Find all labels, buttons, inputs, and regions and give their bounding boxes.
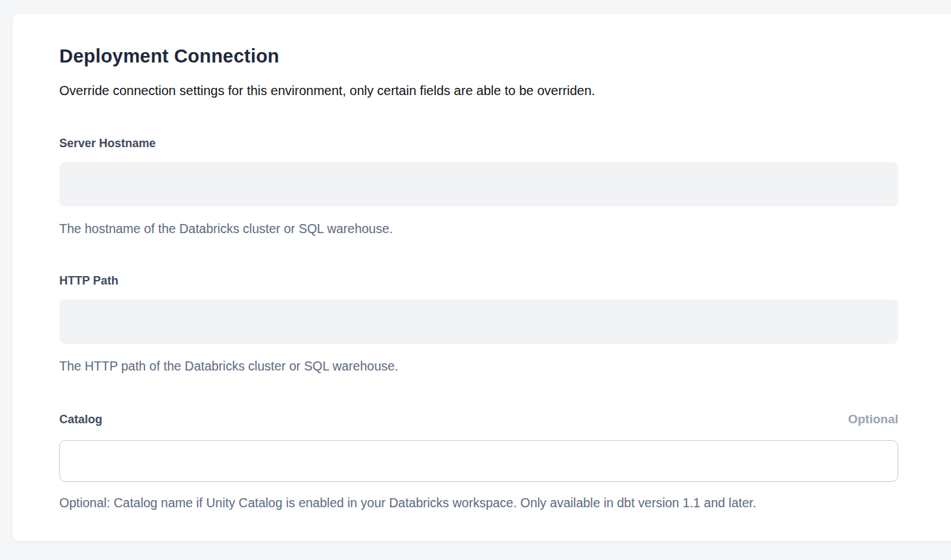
server-hostname-label: Server Hostname bbox=[59, 136, 156, 151]
field-head: HTTP Path bbox=[59, 273, 898, 288]
field-head: Server Hostname bbox=[59, 136, 898, 151]
field-head: Catalog Optional bbox=[59, 412, 898, 427]
catalog-label: Catalog bbox=[59, 412, 102, 427]
page-subtitle: Override connection settings for this en… bbox=[59, 82, 898, 100]
field-catalog: Catalog Optional Optional: Catalog name … bbox=[59, 412, 898, 511]
page-title: Deployment Connection bbox=[59, 44, 898, 68]
deployment-connection-card: Deployment Connection Override connectio… bbox=[12, 13, 951, 542]
catalog-optional-badge: Optional bbox=[848, 412, 898, 427]
server-hostname-help: The hostname of the Databricks cluster o… bbox=[59, 221, 898, 237]
field-http-path: HTTP Path The HTTP path of the Databrick… bbox=[59, 273, 898, 374]
http-path-label: HTTP Path bbox=[59, 273, 119, 288]
catalog-help: Optional: Catalog name if Unity Catalog … bbox=[59, 495, 898, 511]
http-path-help: The HTTP path of the Databricks cluster … bbox=[59, 358, 898, 374]
catalog-input[interactable] bbox=[59, 440, 898, 482]
server-hostname-input bbox=[59, 162, 898, 206]
field-server-hostname: Server Hostname The hostname of the Data… bbox=[59, 136, 898, 237]
http-path-input bbox=[59, 300, 898, 344]
card-content: Deployment Connection Override connectio… bbox=[59, 14, 898, 511]
